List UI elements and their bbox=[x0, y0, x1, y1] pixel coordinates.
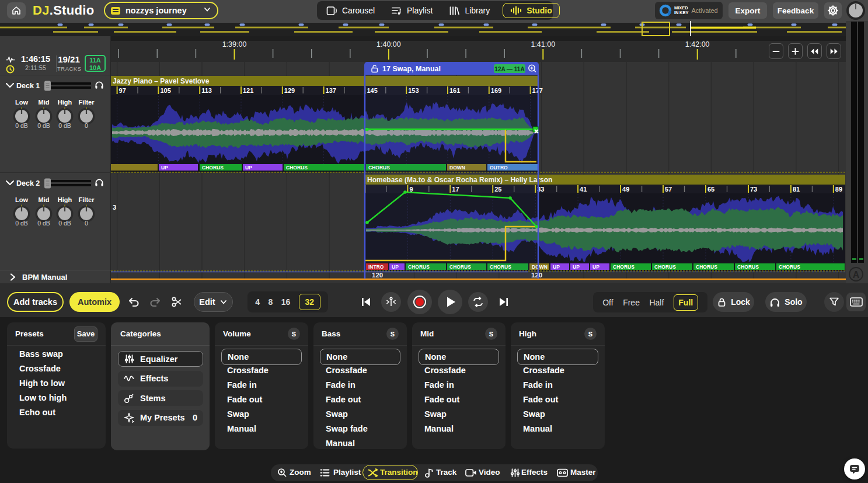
svg-text:Deck 1: Deck 1 bbox=[16, 82, 40, 90]
svg-text:Low: Low bbox=[15, 196, 28, 203]
svg-text:Mid: Mid bbox=[39, 196, 50, 203]
svg-text:CHORUS: CHORUS bbox=[613, 264, 635, 270]
svg-text:89: 89 bbox=[835, 186, 842, 193]
svg-text:0: 0 bbox=[85, 122, 88, 129]
svg-text:0: 0 bbox=[85, 220, 88, 227]
svg-text:CHORUS: CHORUS bbox=[696, 264, 717, 270]
svg-text:0 dB: 0 dB bbox=[58, 220, 71, 227]
svg-text:CHORUS: CHORUS bbox=[202, 165, 224, 171]
svg-text:UP: UP bbox=[245, 165, 252, 171]
svg-text:Filter: Filter bbox=[79, 99, 95, 106]
svg-text:UP: UP bbox=[161, 165, 168, 171]
svg-text:Deck 2: Deck 2 bbox=[16, 179, 40, 187]
svg-text:CHORUS: CHORUS bbox=[737, 264, 759, 270]
svg-text:1:39:00: 1:39:00 bbox=[222, 40, 247, 48]
svg-text:12A — 11A: 12A — 11A bbox=[494, 66, 524, 72]
svg-text:CHORUS: CHORUS bbox=[286, 165, 308, 171]
svg-text:High: High bbox=[58, 99, 72, 106]
svg-text:CHORUS: CHORUS bbox=[654, 264, 676, 270]
svg-text:3: 3 bbox=[113, 204, 116, 211]
svg-text:CHORUS: CHORUS bbox=[779, 264, 800, 270]
svg-text:49: 49 bbox=[622, 186, 629, 193]
svg-text:113: 113 bbox=[201, 87, 212, 94]
svg-text:65: 65 bbox=[707, 186, 714, 193]
svg-text:129: 129 bbox=[284, 87, 295, 94]
svg-text:137: 137 bbox=[326, 87, 336, 94]
svg-text:0 dB: 0 dB bbox=[58, 122, 71, 129]
svg-text:0 dB: 0 dB bbox=[37, 122, 50, 129]
svg-text:1:41:00: 1:41:00 bbox=[531, 40, 555, 48]
svg-text:73: 73 bbox=[750, 186, 757, 193]
svg-text:57: 57 bbox=[665, 186, 672, 193]
svg-text:0 dB: 0 dB bbox=[15, 220, 28, 227]
svg-text:41: 41 bbox=[580, 186, 587, 193]
svg-text:0 dB: 0 dB bbox=[37, 220, 50, 227]
svg-text:81: 81 bbox=[793, 186, 800, 193]
svg-text:UP: UP bbox=[573, 264, 580, 270]
svg-text:Jazzy Piano – Pavel Svetlove: Jazzy Piano – Pavel Svetlove bbox=[113, 77, 210, 85]
svg-text:121: 121 bbox=[243, 87, 253, 94]
svg-text:105: 105 bbox=[160, 87, 170, 94]
svg-text:Filter: Filter bbox=[79, 196, 95, 203]
svg-text:Mid: Mid bbox=[39, 99, 50, 106]
svg-text:Low: Low bbox=[15, 99, 28, 106]
svg-text:UP: UP bbox=[592, 264, 599, 270]
svg-text:1:42:00: 1:42:00 bbox=[685, 40, 710, 48]
svg-text:1:40:00: 1:40:00 bbox=[377, 40, 401, 48]
svg-text:97: 97 bbox=[119, 87, 126, 94]
svg-text:0 dB: 0 dB bbox=[15, 122, 28, 129]
svg-text:High: High bbox=[58, 196, 72, 203]
svg-text:17 Swap, Manual: 17 Swap, Manual bbox=[382, 65, 441, 73]
svg-text:UP: UP bbox=[553, 264, 560, 270]
